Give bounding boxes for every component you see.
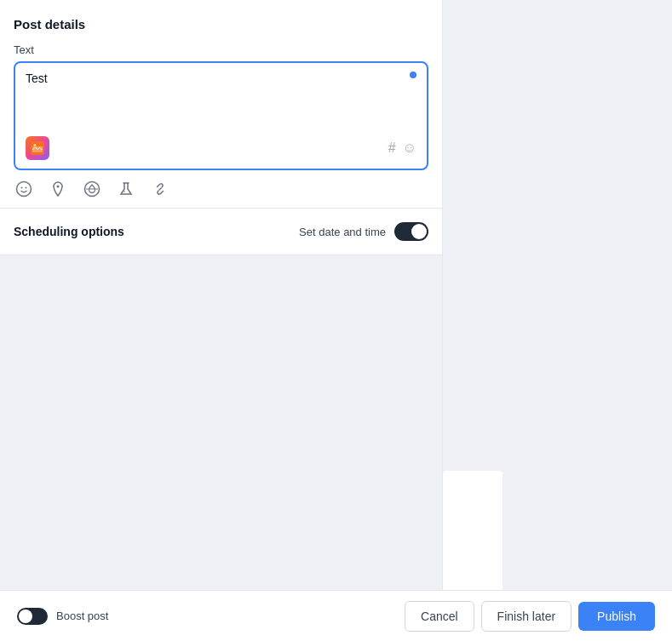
scheduling-toggle[interactable]	[394, 222, 428, 241]
textarea-media-icons	[26, 136, 49, 160]
link-icon[interactable]	[150, 179, 170, 199]
post-text-input[interactable]: Test	[26, 72, 416, 131]
media-upload-icon[interactable]	[26, 136, 49, 160]
preview-card	[443, 471, 503, 590]
publish-button[interactable]: Publish	[578, 602, 655, 631]
svg-line-10	[159, 188, 161, 190]
text-field-label: Text	[14, 43, 428, 56]
bottom-bar: Boost post Cancel Finish later Publish	[0, 590, 672, 641]
boost-toggle-knob	[19, 610, 32, 623]
boost-toggle[interactable]	[17, 608, 48, 625]
svg-point-2	[34, 144, 37, 146]
svg-point-9	[123, 191, 125, 192]
hashtag-icon[interactable]: #	[388, 140, 396, 156]
post-toolbar	[0, 170, 442, 209]
textarea-format-icons: # ☺	[388, 140, 416, 156]
scheduling-section: Scheduling options Set date and time	[0, 209, 442, 255]
action-buttons: Cancel Finish later Publish	[405, 601, 655, 632]
svg-point-6	[57, 186, 60, 188]
scheduling-toggle-label: Set date and time	[299, 226, 386, 238]
post-details-title: Post details	[14, 17, 428, 31]
svg-point-4	[21, 187, 23, 189]
toggle-knob	[411, 224, 427, 239]
scheduling-toggle-area: Set date and time	[299, 222, 428, 241]
text-area-container: Test	[14, 61, 428, 170]
location-icon[interactable]	[48, 179, 68, 199]
right-panel	[443, 0, 672, 590]
scheduling-content-area	[0, 255, 442, 590]
svg-point-5	[26, 187, 27, 189]
boost-label: Boost post	[56, 610, 108, 622]
finish-later-button[interactable]: Finish later	[481, 601, 571, 632]
scheduling-title: Scheduling options	[14, 225, 124, 238]
svg-point-3	[17, 182, 32, 197]
active-indicator	[410, 72, 416, 78]
messenger-icon[interactable]	[82, 179, 102, 199]
cancel-button[interactable]: Cancel	[405, 601, 474, 632]
lab-icon[interactable]	[116, 179, 136, 199]
boost-post-area: Boost post	[17, 608, 108, 625]
textarea-bottom-bar: # ☺	[26, 136, 416, 160]
emoji-picker-icon[interactable]: ☺	[403, 140, 416, 156]
emoji-icon[interactable]	[14, 179, 34, 199]
